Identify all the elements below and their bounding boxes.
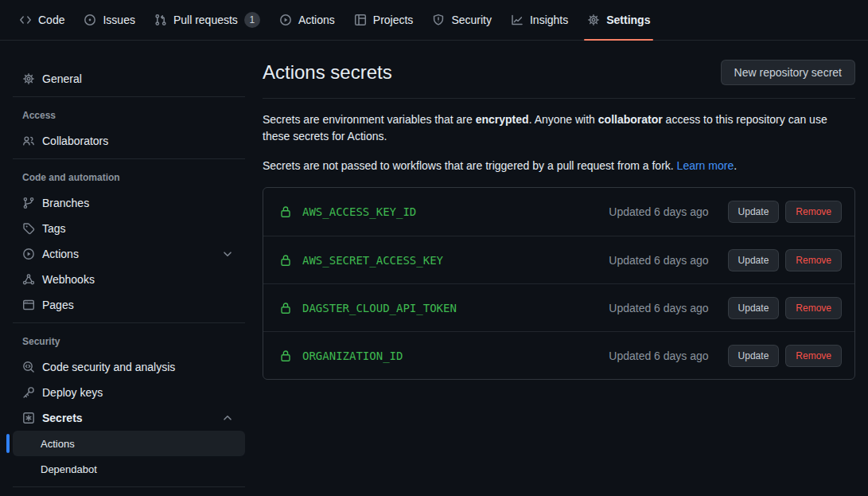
sidebar-item-secrets[interactable]: Secrets (13, 405, 245, 431)
sidebar-divider (13, 96, 245, 97)
branch-icon (22, 197, 35, 209)
play-icon (22, 248, 35, 260)
sidebar-item-collaborators[interactable]: Collaborators (13, 128, 245, 154)
key-icon (22, 386, 35, 399)
header-divider (263, 98, 855, 99)
remove-secret-button[interactable]: Remove (785, 249, 842, 271)
sidebar-item-label: Actions (41, 438, 75, 450)
tab-label: Projects (373, 14, 414, 26)
gear-icon (22, 72, 35, 85)
secrets-description: Secrets are environment variables that a… (263, 111, 855, 145)
remove-secret-button[interactable]: Remove (785, 201, 842, 223)
secret-row: AWS_ACCESS_KEY_ID Updated 6 days ago Upd… (263, 188, 854, 236)
settings-sidebar: General Access Collaborators Code and au… (0, 41, 250, 493)
tab-label: Settings (606, 14, 650, 26)
tab-pull-requests[interactable]: Pull requests 1 (148, 7, 267, 33)
secret-row: ORGANIZATION_ID Updated 6 days ago Updat… (263, 331, 854, 379)
sidebar-item-secrets-dependabot[interactable]: Dependabot (13, 456, 245, 482)
sidebar-item-pages[interactable]: Pages (13, 292, 245, 318)
sidebar-item-label: Actions (42, 248, 79, 260)
lock-icon (279, 350, 292, 362)
shield-icon (432, 14, 445, 26)
new-repository-secret-button[interactable]: New repository secret (721, 60, 855, 85)
people-icon (22, 135, 35, 147)
secrets-table: AWS_ACCESS_KEY_ID Updated 6 days ago Upd… (263, 187, 855, 380)
secret-name: ORGANIZATION_ID (302, 350, 403, 362)
repo-tab-nav: Code Issues Pull requests 1 Actions Proj… (0, 0, 868, 41)
webhook-icon (22, 273, 35, 286)
tab-label: Security (451, 14, 492, 26)
tab-label: Actions (298, 14, 335, 26)
tag-icon (22, 222, 35, 235)
sidebar-item-code-security[interactable]: Code security and analysis (13, 354, 245, 380)
update-secret-button[interactable]: Update (728, 345, 780, 367)
tab-insights[interactable]: Insights (504, 7, 574, 33)
secret-row: DAGSTER_CLOUD_API_TOKEN Updated 6 days a… (263, 283, 854, 331)
sidebar-item-general[interactable]: General (13, 66, 245, 92)
sidebar-section-access: Access (13, 103, 245, 128)
learn-more-link[interactable]: Learn more (677, 159, 734, 172)
fork-note: Secrets are not passed to workflows that… (263, 158, 855, 174)
tab-label: Issues (103, 14, 134, 26)
remove-secret-button[interactable]: Remove (785, 345, 842, 367)
lock-icon (279, 254, 292, 267)
secret-updated: Updated 6 days ago (609, 205, 708, 218)
sidebar-item-label: Collaborators (42, 135, 108, 147)
tab-code[interactable]: Code (13, 7, 71, 33)
issue-opened-icon (84, 14, 96, 26)
secret-updated: Updated 6 days ago (609, 302, 708, 314)
sidebar-item-webhooks[interactable]: Webhooks (13, 267, 245, 292)
table-icon (354, 14, 367, 26)
sidebar-item-label: Secrets (42, 412, 83, 424)
remove-secret-button[interactable]: Remove (785, 297, 842, 319)
sidebar-section-security: Security (13, 329, 245, 354)
tab-label: Pull requests (173, 14, 238, 26)
pull-request-count-badge: 1 (244, 12, 260, 28)
tab-label: Code (38, 14, 64, 26)
lock-icon (279, 302, 292, 314)
chevron-down-icon (221, 248, 234, 260)
tab-settings[interactable]: Settings (581, 7, 656, 33)
secret-row: AWS_SECRET_ACCESS_KEY Updated 6 days ago… (263, 236, 854, 283)
sidebar-section-code-automation: Code and automation (13, 165, 245, 190)
sidebar-item-branches[interactable]: Branches (13, 190, 245, 216)
secret-name: DAGSTER_CLOUD_API_TOKEN (302, 302, 457, 314)
sidebar-item-label: Pages (42, 299, 74, 311)
sidebar-item-secrets-actions[interactable]: Actions (13, 431, 245, 456)
sidebar-item-deploy-keys[interactable]: Deploy keys (13, 380, 245, 405)
tab-label: Insights (530, 14, 568, 26)
sidebar-item-label: Tags (42, 222, 66, 235)
update-secret-button[interactable]: Update (728, 249, 780, 271)
actions-secrets-panel: Actions secrets New repository secret Se… (250, 41, 868, 380)
sidebar-item-label: Code security and analysis (42, 361, 175, 373)
sidebar-item-label: General (42, 72, 82, 85)
sidebar-divider (13, 486, 245, 487)
tab-issues[interactable]: Issues (77, 7, 141, 33)
secret-updated: Updated 6 days ago (609, 254, 708, 267)
update-secret-button[interactable]: Update (728, 201, 780, 223)
tab-actions[interactable]: Actions (273, 7, 341, 33)
play-icon (279, 14, 292, 26)
secrets-box-icon (22, 412, 35, 424)
page-title: Actions secrets (263, 61, 392, 84)
secret-name: AWS_ACCESS_KEY_ID (302, 205, 416, 218)
sidebar-divider (13, 322, 245, 323)
gear-icon (587, 14, 600, 26)
tab-projects[interactable]: Projects (348, 7, 420, 33)
sidebar-item-label: Dependabot (41, 463, 97, 475)
sidebar-item-actions[interactable]: Actions (13, 241, 245, 267)
graph-icon (511, 14, 524, 26)
sidebar-item-label: Branches (42, 197, 89, 209)
lock-icon (279, 205, 292, 218)
sidebar-divider (13, 158, 245, 159)
update-secret-button[interactable]: Update (728, 297, 780, 319)
sidebar-item-tags[interactable]: Tags (13, 216, 245, 241)
sidebar-item-label: Deploy keys (42, 386, 103, 399)
secret-name: AWS_SECRET_ACCESS_KEY (302, 254, 443, 267)
code-icon (19, 14, 32, 26)
secret-updated: Updated 6 days ago (609, 350, 708, 362)
browser-icon (22, 299, 35, 311)
chevron-up-icon (221, 412, 234, 424)
tab-security[interactable]: Security (426, 7, 498, 33)
code-scan-icon (22, 361, 35, 373)
